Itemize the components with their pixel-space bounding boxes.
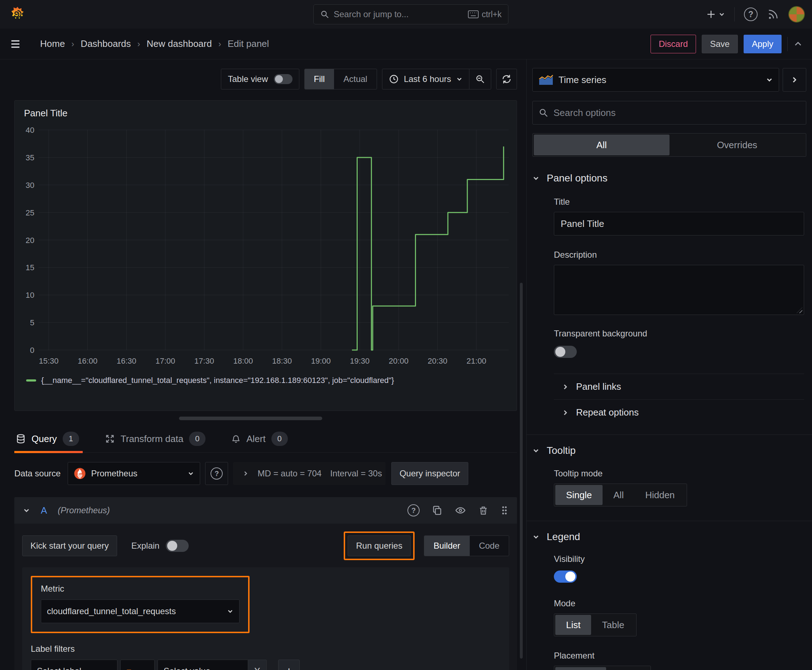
chevron-down-icon[interactable]: [23, 507, 30, 514]
chart-legend[interactable]: {__name__="cloudflared_tunnel_total_requ…: [15, 376, 517, 385]
metric-select[interactable]: cloudflared_tunnel_total_requests: [41, 599, 239, 623]
grafana-logo[interactable]: [9, 6, 26, 23]
transparent-background-toggle[interactable]: [554, 346, 577, 358]
description-textarea[interactable]: [554, 265, 804, 315]
breadcrumb-new-dashboard[interactable]: New dashboard: [147, 38, 212, 49]
description-label: Description: [554, 250, 804, 260]
tab-transform-data[interactable]: Transform data 0: [103, 426, 207, 452]
svg-text:20:00: 20:00: [389, 357, 409, 365]
query-actions: ?: [407, 504, 509, 516]
new-dropdown[interactable]: [706, 9, 725, 20]
save-button[interactable]: Save: [702, 35, 738, 53]
query-ref-id: A: [41, 505, 47, 516]
tab-alert[interactable]: Alert 0: [230, 426, 289, 452]
breadcrumb-home[interactable]: Home: [40, 38, 65, 49]
tab-overrides[interactable]: Overrides: [670, 135, 805, 155]
visualization-name: Time series: [559, 74, 606, 86]
all-overrides-tabs: All Overrides: [532, 133, 806, 157]
news-icon[interactable]: [767, 8, 779, 20]
panel-preview[interactable]: Panel Title 051015202530354015:3016:0016…: [14, 100, 517, 411]
chevron-right-icon[interactable]: [242, 470, 249, 477]
legend-table-option[interactable]: Table: [591, 615, 635, 635]
svg-text:17:30: 17:30: [194, 357, 214, 365]
tooltip-hidden-option[interactable]: Hidden: [634, 485, 685, 505]
fill-option[interactable]: Fill: [305, 69, 334, 89]
refresh-button[interactable]: [496, 69, 517, 90]
zoom-out-icon: [475, 74, 485, 84]
legend-visibility-toggle[interactable]: [554, 570, 577, 583]
breadcrumb-dashboards[interactable]: Dashboards: [81, 38, 131, 49]
query-help-icon[interactable]: ?: [407, 504, 420, 516]
code-option[interactable]: Code: [470, 536, 509, 556]
panel-links-section[interactable]: Panel links: [554, 374, 804, 399]
series-color-icon: [26, 379, 36, 382]
table-view-toggle[interactable]: [274, 74, 293, 84]
label-filters-block: Label filters Select label =: [31, 644, 500, 670]
menu-icon[interactable]: [9, 39, 22, 49]
placement-bottom-option[interactable]: Bottom: [555, 667, 606, 670]
svg-text:19:30: 19:30: [350, 357, 370, 365]
panel-options-header[interactable]: Panel options: [532, 173, 806, 184]
select-label-dropdown[interactable]: Select label: [31, 660, 117, 670]
trash-icon[interactable]: [478, 505, 488, 516]
metric-label: Metric: [41, 584, 239, 594]
time-range-button[interactable]: Last 6 hours: [382, 69, 469, 89]
chevron-right-icon: ›: [219, 39, 221, 49]
svg-text:20:30: 20:30: [427, 357, 447, 365]
legend-header[interactable]: Legend: [532, 531, 806, 543]
svg-text:15: 15: [26, 263, 34, 272]
query-inspector-button[interactable]: Query inspector: [391, 462, 468, 485]
add-filter-button[interactable]: +: [278, 660, 300, 670]
legend-list-option[interactable]: List: [555, 615, 591, 635]
tooltip-header[interactable]: Tooltip: [532, 445, 806, 456]
visualization-picker[interactable]: Time series: [532, 68, 779, 91]
datasource-name: Prometheus: [91, 469, 137, 479]
options-search-input[interactable]: [554, 107, 800, 118]
query-card-header[interactable]: A (Prometheus) ?: [14, 497, 517, 524]
datasource-picker[interactable]: Prometheus: [68, 462, 200, 485]
panel-resize-handle[interactable]: [179, 416, 322, 420]
tooltip-mode-switch: Single All Hidden: [554, 484, 687, 506]
transform-count-badge: 0: [189, 431, 205, 446]
explain-toggle[interactable]: [166, 540, 189, 552]
repeat-options-section[interactable]: Repeat options: [554, 399, 804, 425]
query-count-badge: 1: [63, 431, 79, 446]
select-value-dropdown[interactable]: Select value: [158, 660, 248, 670]
global-search[interactable]: ctrl+k: [313, 4, 509, 24]
placement-right-option[interactable]: Right: [606, 667, 649, 670]
discard-button[interactable]: Discard: [651, 35, 696, 53]
run-queries-button[interactable]: Run queries: [348, 535, 410, 556]
legend-mode-label: Mode: [554, 599, 804, 608]
user-avatar[interactable]: [788, 6, 805, 22]
remove-filter-button[interactable]: X: [248, 660, 267, 670]
main-scrollbar[interactable]: [520, 283, 523, 658]
actual-option[interactable]: Actual: [334, 69, 376, 89]
collapse-header-icon[interactable]: [793, 39, 803, 49]
tooltip-all-option[interactable]: All: [603, 485, 634, 505]
chevron-right-icon: [790, 76, 798, 84]
options-search[interactable]: [532, 101, 806, 125]
tab-all[interactable]: All: [534, 135, 670, 155]
drag-handle-icon[interactable]: [500, 505, 509, 516]
zoom-out-button[interactable]: [469, 69, 491, 89]
apply-button[interactable]: Apply: [744, 35, 781, 53]
kick-start-button[interactable]: Kick start your query: [22, 535, 117, 556]
panel-title-input[interactable]: [554, 212, 804, 235]
keyboard-icon: [468, 10, 479, 18]
viz-suggestions-button[interactable]: [783, 68, 806, 91]
tab-query[interactable]: Query 1: [14, 426, 81, 452]
search-input[interactable]: [334, 9, 464, 19]
hide-response-icon[interactable]: [455, 505, 466, 516]
options-pane: Time series All Overrides Panel optio: [526, 59, 812, 670]
svg-text:20: 20: [26, 236, 34, 245]
tooltip-single-option[interactable]: Single: [555, 485, 603, 505]
grafana-app: ctrl+k ? Home › Dashboards › N: [0, 0, 812, 670]
tooltip-mode-label: Tooltip mode: [554, 469, 804, 479]
operator-dropdown[interactable]: =: [120, 660, 155, 670]
help-icon[interactable]: ?: [744, 7, 758, 21]
builder-option[interactable]: Builder: [424, 536, 470, 556]
duplicate-icon[interactable]: [432, 505, 442, 516]
resize-handle-icon[interactable]: [797, 308, 802, 313]
datasource-help-button[interactable]: ?: [205, 462, 228, 485]
series-label[interactable]: {__name__="cloudflared_tunnel_total_requ…: [41, 376, 394, 385]
